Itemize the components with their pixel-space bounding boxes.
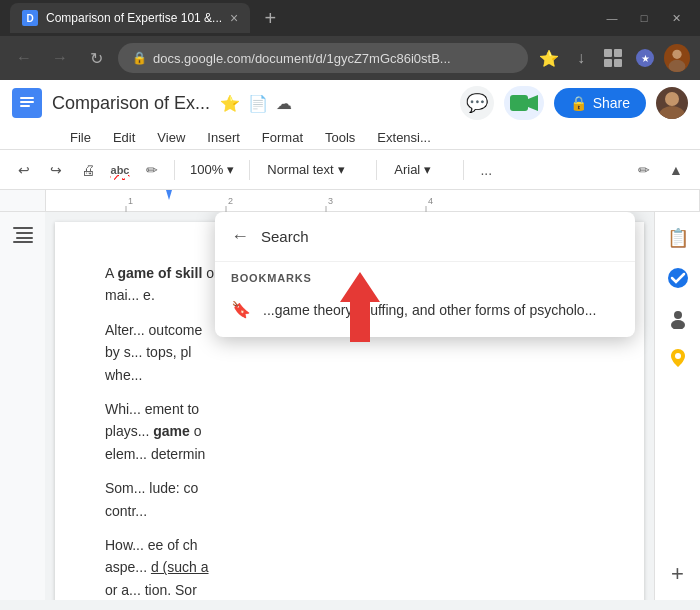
outline-icon[interactable] (8, 220, 38, 250)
format-toolbar: ↩ ↪ 🖨 abc ✏ 100% ▾ Normal text ▾ Arial ▾… (0, 150, 700, 190)
doc-paragraph-5: How... ee of chaspe... d (such aor a... … (105, 534, 594, 600)
font-chevron-icon: ▾ (424, 162, 431, 177)
profile-avatar[interactable] (664, 45, 690, 71)
font-select[interactable]: Arial ▾ (385, 159, 455, 180)
svg-rect-27 (16, 237, 33, 239)
share-button[interactable]: 🔒 Share (554, 88, 646, 118)
sidebar-right: 📋 + (654, 212, 700, 600)
comments-button[interactable]: 💬 (460, 86, 494, 120)
paint-format-button[interactable]: ✏ (138, 156, 166, 184)
spellcheck-button[interactable]: abc (106, 156, 134, 184)
person-icon[interactable] (662, 302, 694, 334)
extension-icon-2[interactable]: ★ (632, 45, 658, 71)
doc-title[interactable]: Comparison of Ex... (52, 93, 210, 114)
minimize-button[interactable]: — (598, 4, 626, 32)
svg-rect-28 (13, 241, 33, 243)
svg-point-6 (672, 50, 681, 59)
tab-title: Comparison of Expertise 101 &... (46, 11, 222, 25)
map-pin-icon[interactable] (662, 342, 694, 374)
svg-marker-13 (528, 95, 538, 111)
docs-logo (12, 88, 42, 118)
add-button[interactable]: + (662, 558, 694, 590)
svg-rect-11 (20, 105, 30, 107)
ruler-track: 1 2 3 4 (45, 190, 700, 211)
address-input[interactable]: 🔒 docs.google.com/document/d/1gycZ7mGc86… (118, 43, 528, 73)
more-options-button[interactable]: ... (472, 156, 500, 184)
zoom-chevron-icon: ▾ (227, 162, 234, 177)
docs-header: Comparison of Ex... ⭐ 📄 ☁ 💬 🔒 Share File… (0, 80, 700, 150)
extension-icon-1[interactable] (600, 45, 626, 71)
svg-rect-0 (604, 49, 612, 57)
menu-insert[interactable]: Insert (197, 126, 250, 149)
svg-point-14 (665, 92, 679, 106)
collapse-button[interactable]: ▲ (662, 156, 690, 184)
menu-bar: File Edit View Insert Format Tools Exten… (0, 126, 700, 149)
tab-area: D Comparison of Expertise 101 &... × + (10, 0, 590, 36)
bold-text-3: game (153, 423, 190, 439)
svg-point-33 (675, 353, 681, 359)
menu-view[interactable]: View (147, 126, 195, 149)
extensions-area: ★ (600, 45, 690, 71)
ruler: 1 2 3 4 (0, 190, 700, 212)
user-avatar[interactable] (656, 87, 688, 119)
svg-text:★: ★ (641, 53, 650, 64)
back-button[interactable]: ← (10, 44, 38, 72)
title-bar: D Comparison of Expertise 101 &... × + —… (0, 0, 700, 36)
doc-paragraph-4: Som... lude: cocontr... (105, 477, 594, 522)
redo-button[interactable]: ↪ (42, 156, 70, 184)
menu-tools[interactable]: Tools (315, 126, 365, 149)
separator-2 (249, 160, 250, 180)
sidebar-left (0, 212, 45, 600)
new-tab-button[interactable]: + (256, 4, 284, 32)
clipboard-icon[interactable]: 📋 (662, 222, 694, 254)
doc-area: A game of skill or game of wits is a gam… (45, 212, 654, 600)
meet-button[interactable] (504, 86, 544, 120)
style-select[interactable]: Normal text ▾ (258, 159, 368, 180)
svg-rect-1 (614, 49, 622, 57)
bookmarks-section: BOOKMARKS 🔖 ...game theory, bluffing, an… (215, 262, 635, 337)
maximize-button[interactable]: □ (630, 4, 658, 32)
svg-marker-24 (166, 190, 172, 200)
lock-icon: 🔒 (132, 51, 147, 65)
bookmark-text: ...game theory, bluffing, and other form… (263, 302, 596, 318)
bookmark-item[interactable]: 🔖 ...game theory, bluffing, and other fo… (231, 292, 619, 327)
tab-favicon: D (22, 10, 38, 26)
undo-button[interactable]: ↩ (10, 156, 38, 184)
bold-text-1: game of skill (117, 265, 202, 281)
style-chevron-icon: ▾ (338, 162, 345, 177)
main-content: A game of skill or game of wits is a gam… (0, 212, 700, 600)
print-button[interactable]: 🖨 (74, 156, 102, 184)
refresh-button[interactable]: ↻ (82, 44, 110, 72)
dropdown-back-button[interactable]: ← (231, 226, 249, 247)
address-actions: ⭐ ↓ ★ (536, 45, 690, 71)
menu-edit[interactable]: Edit (103, 126, 145, 149)
share-lock-icon: 🔒 (570, 95, 587, 111)
bookmark-icon[interactable]: ⭐ (536, 45, 562, 71)
active-tab[interactable]: D Comparison of Expertise 101 &... × (10, 3, 250, 33)
menu-file[interactable]: File (60, 126, 101, 149)
tab-close-button[interactable]: × (230, 10, 238, 26)
menu-format[interactable]: Format (252, 126, 313, 149)
svg-point-7 (669, 60, 686, 72)
svg-rect-10 (20, 101, 34, 103)
checkmark-icon[interactable] (662, 262, 694, 294)
cloud-icon[interactable]: ☁ (276, 94, 292, 113)
drive-icon[interactable]: 📄 (248, 94, 268, 113)
close-button[interactable]: ✕ (662, 4, 690, 32)
menu-extensions[interactable]: Extensi... (367, 126, 440, 149)
address-bar: ← → ↻ 🔒 docs.google.com/document/d/1gycZ… (0, 36, 700, 80)
svg-point-15 (659, 106, 685, 119)
forward-button[interactable]: → (46, 44, 74, 72)
style-value: Normal text (267, 162, 333, 177)
dropdown-search-input[interactable] (261, 228, 619, 245)
svg-point-31 (674, 311, 682, 319)
edit-mode-button[interactable]: ✏ (630, 156, 658, 184)
svg-point-32 (671, 320, 685, 329)
separator-1 (174, 160, 175, 180)
download-icon[interactable]: ↓ (568, 45, 594, 71)
star-icon[interactable]: ⭐ (220, 94, 240, 113)
svg-rect-9 (20, 97, 34, 99)
svg-rect-26 (16, 232, 33, 234)
zoom-select[interactable]: 100% ▾ (183, 159, 241, 180)
bookmark-ribbon-icon: 🔖 (231, 300, 251, 319)
